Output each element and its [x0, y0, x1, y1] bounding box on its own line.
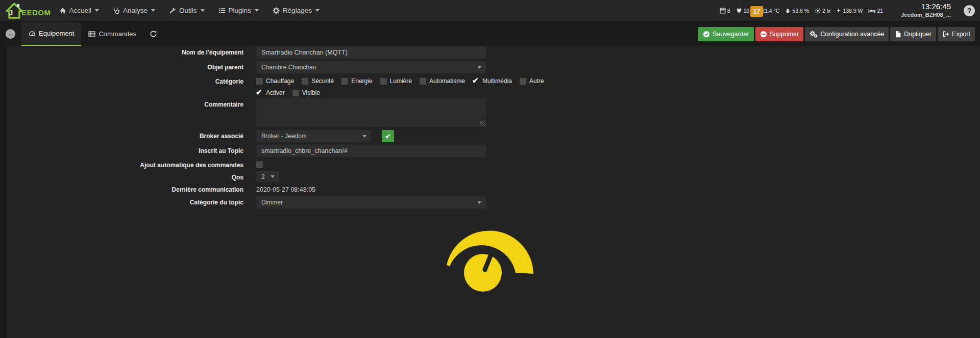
file-icon: [895, 31, 901, 38]
checkbox[interactable]: [302, 78, 308, 85]
minus-circle-icon: [760, 31, 767, 38]
checkbox[interactable]: [520, 78, 526, 85]
help-icon[interactable]: ?: [964, 5, 975, 16]
category-lumiere[interactable]: Lumière: [380, 77, 412, 85]
checkbox[interactable]: [256, 90, 263, 96]
qos-select[interactable]: 2: [256, 171, 279, 182]
parent-object-select[interactable]: Chambre Chanchan: [256, 61, 486, 73]
category-multimedia[interactable]: Multimédia: [473, 77, 512, 85]
menu-accueil[interactable]: Accueil: [59, 7, 100, 14]
duplicate-button[interactable]: Dupliquer: [890, 27, 936, 41]
topic-label: Inscrit au Topic: [7, 145, 243, 154]
topic-input[interactable]: [256, 145, 486, 157]
delete-button[interactable]: Supprimer: [755, 27, 804, 41]
auto-add-checkbox[interactable]: [256, 161, 263, 168]
form-row-comment: Commentaire: [7, 98, 980, 127]
topic-category-label: Catégorie du topic: [7, 196, 243, 206]
plug-icon: [736, 8, 742, 14]
house-icon: [5, 2, 23, 20]
tab-bar: Equipement Commandes: [21, 22, 143, 46]
auto-add-label: Ajout automatique des commandes: [7, 161, 243, 169]
broker-label: Broker associé: [7, 130, 243, 140]
checkbox[interactable]: [420, 78, 426, 85]
category-securite[interactable]: Sécurité: [302, 77, 334, 85]
shutter-icon: [720, 8, 726, 14]
menu-plugins[interactable]: Plugins: [218, 7, 259, 14]
comment-label: Commentaire: [7, 98, 243, 108]
topic-category-select[interactable]: Dimmer: [256, 196, 486, 209]
menu-analyse[interactable]: Analyse: [113, 7, 155, 14]
chevron-down-icon: [477, 66, 481, 69]
form-row-parent: Objet parent Chambre Chanchan: [7, 61, 980, 73]
table-icon: [88, 31, 95, 38]
parent-label: Objet parent: [7, 61, 243, 71]
chevron-down-icon: [255, 9, 259, 12]
checkbox[interactable]: [256, 78, 263, 85]
form-row-last-communication: Dernière communication 2020-05-27 08:48:…: [7, 186, 980, 193]
broker-select[interactable]: Broker - Jeedom: [256, 130, 371, 142]
checkbox[interactable]: [292, 90, 299, 96]
chevron-down-icon: [151, 9, 155, 12]
export-button[interactable]: Export: [938, 27, 975, 41]
stethoscope-icon: [113, 7, 120, 14]
chevron-down-icon: [477, 201, 481, 204]
qos-label: Qos: [7, 171, 243, 181]
form-row-auto-add: Ajout automatique des commandes: [7, 161, 980, 169]
broker-confirm-button[interactable]: ✔: [382, 130, 394, 142]
chevron-down-icon: [201, 9, 205, 12]
tab-commandes[interactable]: Commandes: [81, 22, 143, 46]
form-row-qos: Qos 2: [7, 171, 980, 182]
option-visible[interactable]: Visible: [292, 89, 320, 96]
clock: 13:26:45: [901, 2, 951, 12]
category-chauffage[interactable]: Chauffage: [256, 77, 294, 85]
last-communication-value: 2020-05-27 08:48:05: [256, 186, 315, 193]
form-row-category: Catégorie Chauffage Sécurité Energie Lum…: [7, 77, 980, 85]
refresh-icon[interactable]: [150, 30, 157, 38]
equipment-toolbar: ← Equipement Commandes: [0, 22, 980, 46]
name-label: Nom de l'équipement: [7, 46, 243, 56]
form-row-topic: Inscrit au Topic: [7, 145, 980, 157]
jeedom-logo[interactable]: J EEDOM: [5, 1, 51, 21]
logo-text: EEDOM: [21, 8, 51, 17]
checkbox[interactable]: [380, 78, 387, 85]
logo-letter: J: [9, 8, 13, 17]
status-power: 138.9 W: [836, 7, 863, 14]
wrench-icon: [169, 7, 176, 14]
hostname: Jeedom_BZH08_...: [901, 12, 951, 19]
form-row-topic-category: Catégorie du topic Dimmer: [7, 196, 980, 209]
category-label: Catégorie: [7, 77, 243, 85]
status-plugs: 10: [736, 8, 750, 14]
menu-outils[interactable]: Outils: [169, 7, 205, 14]
status-scenario: 21: [868, 8, 883, 14]
category-energie[interactable]: Energie: [341, 77, 372, 85]
checkbox[interactable]: [341, 78, 348, 85]
export-icon: [942, 31, 949, 38]
chevron-down-icon: [362, 135, 366, 138]
status-shutters: 8: [720, 8, 730, 14]
form-row-options: Activer Visible: [7, 89, 980, 96]
resize-handle[interactable]: [480, 121, 485, 126]
gear-icon: [273, 7, 280, 14]
chevron-down-icon: [271, 175, 275, 178]
category-autre[interactable]: Autre: [520, 77, 544, 85]
update-count-badge[interactable]: 17: [750, 6, 763, 17]
last-communication-label: Dernière communication: [7, 186, 243, 193]
action-buttons: Sauvegarder Supprimer: [698, 27, 975, 41]
advanced-config-button[interactable]: Configuration avancée: [805, 27, 889, 41]
option-activer[interactable]: Activer: [256, 89, 285, 96]
clock-block: 13:26:45 Jeedom_BZH08_...: [901, 2, 951, 19]
checkbox[interactable]: [473, 78, 479, 85]
comment-textarea[interactable]: [256, 98, 486, 127]
check-circle-icon: [703, 31, 710, 38]
name-input[interactable]: [256, 46, 486, 59]
category-automatisme[interactable]: Automatisme: [420, 77, 465, 85]
main-menu: Accueil Analyse Outils: [59, 7, 320, 14]
form-row-broker: Broker associé Broker - Jeedom ✔: [7, 130, 980, 142]
cogs-icon: [810, 31, 818, 38]
save-button[interactable]: Sauvegarder: [698, 27, 754, 41]
status-humidity: 53.6 %: [785, 8, 809, 14]
tab-equipement[interactable]: Equipement: [21, 22, 81, 46]
gauge-icon: [29, 30, 36, 37]
back-icon[interactable]: ←: [6, 29, 15, 39]
menu-reglages[interactable]: Réglages: [273, 7, 320, 14]
